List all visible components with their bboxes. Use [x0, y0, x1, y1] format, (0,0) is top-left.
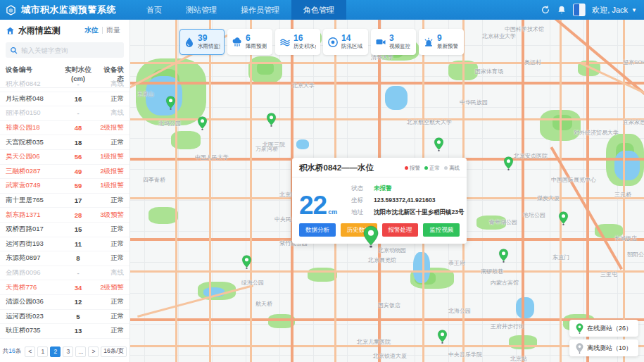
refresh-icon[interactable]	[541, 5, 550, 15]
station-marker[interactable]	[558, 211, 569, 225]
popup-button-数据分析[interactable]: 数据分析	[299, 223, 336, 237]
stat-card-降雨预测[interactable]: 6降雨预测	[227, 29, 272, 55]
legend-item-离线: 离线	[444, 165, 460, 172]
popup-button-报警处理[interactable]: 报警处理	[382, 223, 419, 237]
device-name: 武家营0749	[6, 181, 58, 190]
sidebar-panel: 水雨情监测 水位 雨量 设备编号 实时水位(cm) 设备状态 积水桥0842-离…	[0, 20, 130, 362]
station-marker[interactable]	[503, 156, 514, 170]
table-row[interactable]: 武家营0749591级报警	[0, 179, 130, 194]
tab-rainfall[interactable]: 雨量	[103, 25, 124, 35]
nav-item-角色管理[interactable]: 角色管理	[291, 0, 346, 20]
map-label: 北京航空航天大学	[407, 118, 452, 126]
map-label: 长城饭店	[614, 235, 637, 242]
table-row[interactable]: 三融桥0287492级报警	[0, 165, 130, 180]
stat-value: 9	[437, 34, 458, 44]
table-row[interactable]: 耿庄桥073513正常	[0, 324, 130, 339]
user-avatar[interactable]	[573, 4, 586, 16]
page-button-2[interactable]: 2	[50, 347, 61, 357]
legend-row-label: 在线测站（26）	[587, 324, 632, 333]
station-marker[interactable]	[165, 96, 176, 110]
map-label: 王府井步行街	[491, 323, 524, 330]
table-row[interactable]: 丽泽桥0150-离线	[0, 106, 130, 121]
stat-card-最新预警[interactable]: 9最新预警	[419, 29, 464, 55]
map-label: 北京林业大学	[482, 32, 516, 40]
stat-card-历史积水点[interactable]: 16历史积水点	[275, 29, 320, 55]
device-value: 28	[58, 211, 99, 219]
device-status: 正常	[99, 138, 124, 147]
popup-field-坐标: 坐标123.593372,41.921603	[351, 196, 464, 205]
field-value: 未报警	[374, 185, 392, 193]
device-status: 正常	[99, 326, 124, 335]
device-status: 1级报警	[99, 181, 124, 190]
device-name: 清源公园036	[6, 297, 58, 306]
device-name: 运河西街193	[6, 239, 58, 249]
station-marker[interactable]	[241, 255, 252, 269]
table-row[interactable]: 金隅路0096-离线	[0, 266, 130, 281]
table-row[interactable]: 运河西街0235正常	[0, 310, 130, 325]
bell-icon[interactable]	[557, 5, 567, 15]
table-row[interactable]: 天贵桥776342级预警	[0, 280, 130, 295]
stat-card-视频监控[interactable]: 3视频监控	[371, 29, 416, 55]
device-value: 12	[58, 298, 99, 306]
nav-item-测站管理[interactable]: 测站管理	[174, 0, 229, 20]
stat-card-水雨情监测[interactable]: 39水雨情监测	[179, 29, 225, 55]
stat-texts: 9最新预警	[437, 34, 458, 51]
station-marker[interactable]	[362, 225, 379, 248]
table-row[interactable]: 裕康公园18482级报警	[0, 121, 130, 136]
map-canvas[interactable]: 玉泉山北坞公园清华大学北京大学北京林业大学中国科学技术馆奥运村国家体育场望京SO…	[130, 20, 644, 362]
station-marker[interactable]	[437, 330, 448, 344]
device-table-rows: 积水桥0842-离线月坛南桥04816正常丽泽桥0150-离线裕康公园18482…	[0, 77, 130, 341]
map-label: 恭王府	[448, 259, 465, 267]
device-name: 双桥西路017	[6, 225, 58, 234]
table-row[interactable]: 清源公园03612正常	[0, 295, 130, 310]
table-row[interactable]: 新东路1371283级预警	[0, 208, 130, 223]
stat-texts: 16历史积水点	[293, 34, 316, 51]
map-label: 对外经济贸易大学	[574, 129, 619, 137]
page-button-1[interactable]: 1	[37, 347, 48, 357]
pagination: 共16条 < 123 ... > 16条/页	[0, 341, 130, 362]
station-marker[interactable]	[434, 137, 444, 151]
topbar-right: 欢迎, Jack ▼	[541, 4, 637, 16]
station-popup: 积水桥0842——水位 报警正常离线 22 cm 状态未报警坐标123.5933…	[292, 158, 467, 244]
search-input[interactable]	[21, 46, 120, 54]
popup-header: 积水桥0842——水位 报警正常离线	[292, 158, 467, 177]
welcome-text[interactable]: 欢迎, Jack	[592, 5, 628, 15]
table-row[interactable]: 东源苑08978正常	[0, 251, 130, 266]
station-marker[interactable]	[197, 116, 208, 130]
table-row[interactable]: 南十里居76517正常	[0, 194, 130, 208]
tab-water-level[interactable]: 水位	[81, 25, 102, 35]
map-park	[149, 207, 178, 224]
camera-icon	[375, 37, 386, 48]
table-row[interactable]: 昊天公园06561级报警	[0, 150, 130, 165]
station-marker[interactable]	[498, 249, 509, 263]
station-pin-icon	[576, 323, 583, 334]
station-marker[interactable]	[266, 113, 277, 127]
table-row[interactable]: 天宫院桥03518正常	[0, 135, 130, 150]
device-status: 正常	[99, 196, 124, 205]
chevron-down-icon[interactable]: ▼	[631, 7, 637, 13]
next-page-button[interactable]: >	[88, 347, 99, 357]
search-box	[6, 42, 124, 58]
page-button-3[interactable]: 3	[63, 347, 73, 357]
map-label: 北京站	[510, 355, 527, 362]
nav-item-操作员管理[interactable]: 操作员管理	[229, 0, 291, 20]
device-status: 离线	[99, 268, 124, 277]
device-value: 48	[58, 124, 99, 132]
table-row[interactable]: 运河西街19311正常	[0, 237, 130, 252]
legend-row-离线测站（10）[interactable]: 离线测站（10）	[569, 339, 638, 356]
page-ellipsis[interactable]: ...	[75, 347, 86, 357]
map-label: 航天桥	[255, 300, 272, 308]
water-level-reading: 22 cm	[299, 183, 346, 217]
nav-item-首页[interactable]: 首页	[134, 0, 174, 20]
prev-page-button[interactable]: <	[25, 347, 35, 357]
stat-card-防汛区域[interactable]: 14防汛区域	[323, 29, 368, 55]
map-label: 宜家家居	[623, 118, 644, 126]
map-road	[560, 20, 562, 362]
popup-button-监控视频[interactable]: 监控视频	[423, 223, 460, 237]
table-row[interactable]: 积水桥0842-离线	[0, 77, 130, 92]
legend-row-在线测站（26）[interactable]: 在线测站（26）	[569, 320, 638, 337]
table-row[interactable]: 双桥西路01715正常	[0, 223, 130, 237]
device-name: 裕康公园18	[6, 123, 58, 132]
table-row[interactable]: 月坛南桥04816正常	[0, 92, 130, 107]
page-size-select[interactable]: 16条/页	[101, 347, 127, 357]
